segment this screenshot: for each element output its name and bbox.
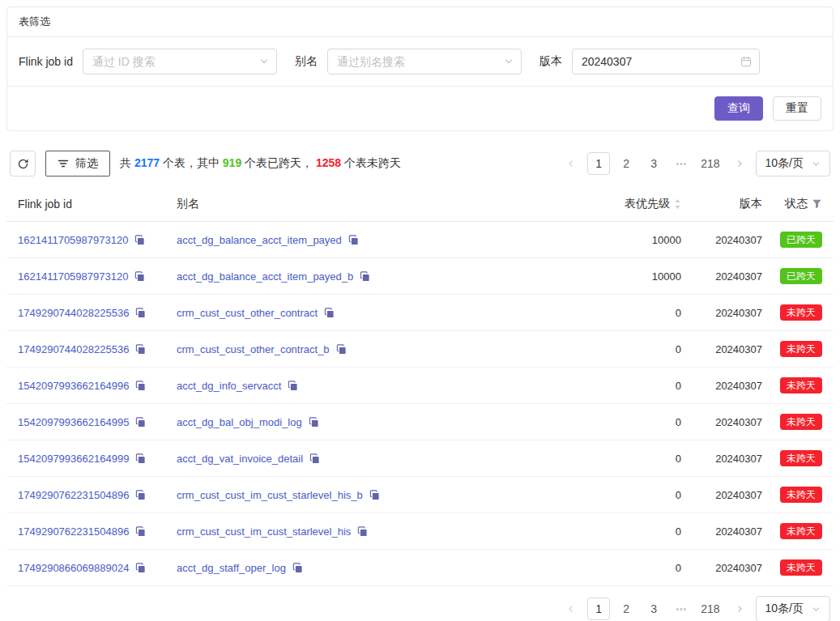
alias-link[interactable]: crm_cust_cust_im_cust_starlevel_his_b (177, 489, 363, 501)
page-size-select[interactable]: 10条/页 (756, 151, 830, 177)
copy-icon[interactable] (360, 271, 370, 282)
alias-link[interactable]: acct_dg_balance_acct_item_payed_b (177, 270, 353, 283)
page-button-3[interactable]: 3 (642, 598, 665, 620)
copy-icon[interactable] (324, 308, 335, 318)
copy-icon[interactable] (288, 381, 298, 391)
alias-link[interactable]: crm_cust_cust_im_cust_starlevel_his (177, 525, 351, 538)
copy-icon[interactable] (336, 344, 347, 355)
page-button-2[interactable]: 2 (615, 598, 637, 620)
page-button-last[interactable]: 218 (697, 152, 723, 175)
status-cell: 未跨天 (762, 487, 822, 503)
next-page-icon[interactable] (728, 152, 751, 175)
job-id-link[interactable]: 1749290866069889024 (18, 562, 129, 574)
job-id-link[interactable]: 1749290744028225536 (18, 307, 129, 319)
col-header-status[interactable]: 状态 (762, 197, 822, 211)
copy-icon[interactable] (134, 235, 145, 245)
alias-link[interactable]: acct_dg_balance_acct_item_payed (177, 234, 342, 246)
alias-link[interactable]: acct_dg_info_servacct (177, 380, 281, 392)
refresh-button[interactable] (10, 151, 36, 177)
col-header-priority[interactable]: 表优先级 (560, 197, 681, 211)
copy-icon[interactable] (135, 490, 146, 500)
jump-pages-icon[interactable]: ••• (670, 598, 693, 620)
version-value: 20240307 (681, 489, 762, 501)
flink-job-id-input[interactable] (92, 55, 252, 68)
reset-button[interactable]: 重置 (773, 96, 821, 121)
alias-cell: crm_cust_cust_other_contract_b (177, 343, 560, 355)
status-cell: 未跨天 (762, 304, 822, 321)
calendar-icon (740, 56, 752, 67)
jump-pages-icon[interactable]: ••• (670, 152, 693, 175)
job-id-cell: 1749290762231504896 (18, 489, 177, 501)
alias-select[interactable] (327, 49, 522, 74)
version-input[interactable] (582, 55, 735, 68)
sort-icon[interactable] (674, 198, 681, 210)
table-row: 1749290762231504896 crm_cust_cust_im_cus… (6, 513, 834, 550)
flink-job-id-select[interactable] (83, 49, 277, 74)
status-cell: 未跨天 (762, 341, 822, 357)
job-id-link[interactable]: 1542097993662164996 (18, 380, 129, 392)
version-value: 20240307 (681, 416, 762, 428)
alias-input[interactable] (337, 55, 497, 68)
job-id-cell: 1749290866069889024 (18, 562, 177, 574)
summary-text: 共 2177 个表，其中 919 个表已跨天， 1258 个表未跨天 (120, 156, 401, 171)
copy-icon[interactable] (309, 453, 320, 464)
status-badge: 未跨天 (780, 523, 822, 539)
version-value: 20240307 (681, 234, 762, 246)
job-id-cell: 1621411705987973120 (18, 234, 177, 246)
alias-link[interactable]: acct_dg_staff_oper_log (177, 562, 286, 574)
page-button-1[interactable]: 1 (587, 152, 610, 175)
summary-part: 个表，其中 (160, 156, 223, 169)
filter-button-label: 筛选 (75, 156, 98, 171)
alias-label: 别名 (295, 54, 318, 69)
alias-cell: crm_cust_cust_im_cust_starlevel_his (177, 525, 560, 538)
copy-icon[interactable] (135, 344, 146, 355)
job-id-link[interactable]: 1542097993662164995 (18, 416, 129, 428)
version-label: 版本 (539, 54, 562, 69)
col-header-alias: 别名 (177, 197, 560, 211)
copy-icon[interactable] (135, 308, 146, 318)
results-table: Flink job id 别名 表优先级 版本 状态 1621411705987… (6, 186, 834, 586)
version-value: 20240307 (681, 453, 762, 465)
page-button-2[interactable]: 2 (615, 152, 637, 175)
job-id-link[interactable]: 1749290744028225536 (18, 343, 129, 355)
job-id-link[interactable]: 1749290762231504896 (18, 525, 129, 538)
copy-icon[interactable] (135, 381, 146, 391)
copy-icon[interactable] (135, 563, 146, 573)
prev-page-icon[interactable] (560, 598, 582, 620)
copy-icon[interactable] (309, 417, 319, 427)
page-size-value: 10条/页 (765, 156, 804, 171)
job-id-link[interactable]: 1542097993662164999 (18, 453, 129, 465)
table-body: 1621411705987973120 acct_dg_balance_acct… (6, 222, 834, 586)
page-size-value: 10条/页 (765, 602, 804, 616)
alias-link[interactable]: crm_cust_cust_other_contract_b (177, 343, 330, 355)
job-id-cell: 1542097993662164996 (18, 380, 177, 392)
copy-icon[interactable] (135, 453, 146, 464)
status-badge: 未跨天 (780, 304, 822, 321)
copy-icon[interactable] (357, 526, 368, 537)
copy-icon[interactable] (134, 271, 145, 282)
column-filter-icon[interactable] (812, 198, 822, 209)
job-id-link[interactable]: 1621411705987973120 (18, 234, 128, 246)
job-id-link[interactable]: 1621411705987973120 (18, 270, 128, 283)
copy-icon[interactable] (369, 490, 380, 500)
copy-icon[interactable] (348, 235, 359, 245)
prev-page-icon[interactable] (560, 152, 582, 175)
copy-icon[interactable] (135, 526, 146, 537)
alias-link[interactable]: acct_dg_vat_invoice_detail (177, 453, 303, 465)
filter-button[interactable]: 筛选 (45, 151, 110, 177)
next-page-icon[interactable] (728, 598, 751, 620)
page-button-last[interactable]: 218 (697, 598, 723, 620)
filter-card: 表筛选 Flink job id 别名 (6, 6, 834, 131)
page-button-3[interactable]: 3 (642, 152, 665, 175)
alias-link[interactable]: acct_dg_bal_obj_modi_log (177, 416, 302, 428)
page-button-1[interactable]: 1 (587, 598, 610, 620)
total-count: 2177 (134, 156, 160, 169)
job-id-cell: 1749290744028225536 (18, 343, 177, 355)
page-size-select[interactable]: 10条/页 (756, 596, 830, 621)
alias-link[interactable]: crm_cust_cust_other_contract (177, 307, 318, 319)
copy-icon[interactable] (135, 417, 146, 427)
version-date-picker[interactable] (572, 49, 760, 74)
copy-icon[interactable] (292, 563, 303, 573)
query-button[interactable]: 查询 (714, 96, 763, 121)
job-id-link[interactable]: 1749290762231504896 (18, 489, 129, 501)
